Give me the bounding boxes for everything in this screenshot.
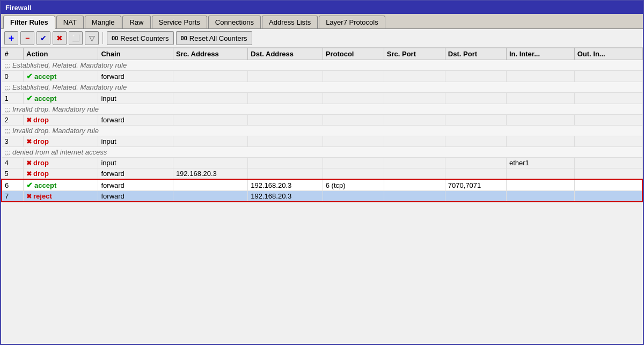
row-dst-addr (248, 168, 323, 180)
row-dst-addr (248, 158, 323, 168)
row-src-addr (173, 136, 247, 147)
table-row[interactable]: 3 ✖ drop input (2, 136, 642, 147)
table-row[interactable]: 5 ✖ drop forward 192.168.20.3 (2, 168, 642, 180)
enable-button[interactable]: ✔ (36, 31, 50, 45)
remove-button[interactable]: − (20, 31, 34, 45)
comment-row[interactable]: ;;; Established, Related. Mandatory rule (2, 60, 642, 71)
tab-service-ports[interactable]: Service Ports (152, 16, 207, 28)
comment-text: ;;; Invalid drop. Mandatory rule (2, 126, 642, 136)
row-dst-port (445, 168, 506, 180)
row-chain: forward (98, 179, 173, 191)
row-dst-addr (248, 115, 323, 126)
row-src-addr: 192.168.20.3 (173, 168, 247, 180)
row-proto (323, 115, 384, 126)
row-action: ✖ drop (24, 136, 98, 147)
row-out-inter (574, 158, 642, 168)
col-header-num: # (2, 48, 24, 60)
row-dst-addr (248, 93, 323, 104)
tab-nat[interactable]: NAT (56, 16, 84, 28)
comment-text: ;;; Established, Related. Mandatory rule (2, 82, 642, 93)
row-out-inter (574, 191, 642, 202)
tab-address-lists[interactable]: Address Lists (262, 16, 318, 28)
comment-text: ;;; Invalid drop. Mandatory rule (2, 104, 642, 115)
comment-row[interactable]: ;;; denied from all internet access (2, 147, 642, 158)
row-src-port (384, 179, 445, 191)
tab-layer7[interactable]: Layer7 Protocols (319, 16, 385, 28)
row-src-addr (173, 158, 247, 168)
row-src-addr (173, 179, 247, 191)
disable-button[interactable]: ✖ (53, 31, 67, 45)
filter-button[interactable]: ▽ (85, 31, 99, 45)
row-proto (323, 136, 384, 147)
row-chain: input (98, 93, 173, 104)
row-in-inter (506, 71, 574, 82)
row-proto: 6 (tcp) (323, 179, 384, 191)
row-dst-addr (248, 71, 323, 82)
row-out-inter (574, 179, 642, 191)
comment-row[interactable]: ;;; Invalid drop. Mandatory rule (2, 126, 642, 136)
add-button[interactable]: + (4, 31, 18, 45)
reset-counters-label: Reset Counters (120, 34, 169, 42)
row-dst-port (445, 115, 506, 126)
row-src-port (384, 136, 445, 147)
table-row[interactable]: 4 ✖ drop input ether1 (2, 158, 642, 168)
col-header-in-inter: In. Inter... (506, 48, 574, 60)
col-header-chain: Chain (98, 48, 173, 60)
col-header-proto: Protocol (323, 48, 384, 60)
tab-mangle[interactable]: Mangle (85, 16, 122, 28)
row-chain: input (98, 158, 173, 168)
row-dst-port (445, 158, 506, 168)
col-header-src-addr: Src. Address (173, 48, 247, 60)
row-out-inter (574, 168, 642, 180)
comment-text: ;;; denied from all internet access (2, 147, 642, 158)
row-src-addr (173, 191, 247, 202)
row-src-port (384, 93, 445, 104)
row-dst-port (445, 93, 506, 104)
row-num: 5 (2, 168, 24, 180)
row-num: 1 (2, 93, 24, 104)
row-chain: forward (98, 115, 173, 126)
row-chain: forward (98, 191, 173, 202)
row-in-inter (506, 115, 574, 126)
tab-filter-rules[interactable]: Filter Rules (3, 16, 55, 29)
row-action: ✔ accept (24, 179, 98, 191)
firewall-window: Firewall Filter Rules NAT Mangle Raw Ser… (0, 0, 644, 345)
row-dst-addr: 192.168.20.3 (248, 179, 323, 191)
row-dst-port (445, 136, 506, 147)
row-src-port (384, 115, 445, 126)
row-in-inter (506, 93, 574, 104)
row-action: ✔ accept (24, 93, 98, 104)
tab-connections[interactable]: Connections (208, 16, 261, 28)
row-chain: forward (98, 71, 173, 82)
row-dst-port (445, 71, 506, 82)
row-action: ✔ accept (24, 71, 98, 82)
row-out-inter (574, 136, 642, 147)
comment-row[interactable]: ;;; Established, Related. Mandatory rule (2, 82, 642, 93)
row-in-inter (506, 136, 574, 147)
tab-raw[interactable]: Raw (122, 16, 150, 28)
table-row[interactable]: 6 ✔ accept forward 192.168.20.3 6 (tcp) … (2, 179, 642, 191)
col-header-src-port: Src. Port (384, 48, 445, 60)
rules-tbody: ;;; Established, Related. Mandatory rule… (2, 60, 642, 202)
table-row[interactable]: 1 ✔ accept input (2, 93, 642, 104)
row-out-inter (574, 115, 642, 126)
row-num: 2 (2, 115, 24, 126)
row-src-addr (173, 71, 247, 82)
comment-text: ;;; Established, Related. Mandatory rule (2, 60, 642, 71)
table-row[interactable]: 7 ✖ reject forward 192.168.20.3 (2, 191, 642, 202)
reset-counters-button[interactable]: 00 Reset Counters (107, 31, 174, 45)
title-bar: Firewall (1, 1, 643, 14)
row-out-inter (574, 71, 642, 82)
table-row[interactable]: 2 ✖ drop forward (2, 115, 642, 126)
row-src-port (384, 71, 445, 82)
row-proto (323, 93, 384, 104)
reset-all-counters-button[interactable]: 00 Reset All Counters (176, 31, 252, 45)
table-row[interactable]: 0 ✔ accept forward (2, 71, 642, 82)
row-chain: forward (98, 168, 173, 180)
row-action: ✖ reject (24, 191, 98, 202)
reset-counters-icon: 00 (112, 35, 118, 41)
copy-button[interactable]: ⬜ (69, 31, 83, 45)
comment-row[interactable]: ;;; Invalid drop. Mandatory rule (2, 104, 642, 115)
row-num: 3 (2, 136, 24, 147)
row-proto (323, 168, 384, 180)
